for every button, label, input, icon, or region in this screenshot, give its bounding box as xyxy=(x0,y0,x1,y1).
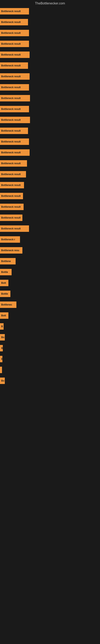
bar-row: Bottleneck result xyxy=(0,127,100,134)
bar-label: Bottleneck result xyxy=(1,140,21,143)
bar-row: Bottleneck result xyxy=(0,30,100,37)
result-bar: B xyxy=(0,323,3,330)
bar-label: Bottleneck result xyxy=(1,151,21,154)
bar-label: Bottleneck resu xyxy=(1,249,19,252)
result-bar: Bottleneck result xyxy=(0,171,26,178)
result-bar: Bo xyxy=(0,334,5,340)
site-title: TheBottlenecker.com xyxy=(0,0,100,8)
bar-label: Bottleneck result xyxy=(1,21,21,24)
result-bar: Bottleneck result xyxy=(0,117,30,123)
result-bar: Bottle xyxy=(0,269,12,275)
result-bar: Bo xyxy=(0,378,5,384)
result-bar: Bottleneck result xyxy=(0,30,29,36)
bar-row: Bottleneck result xyxy=(0,203,100,210)
bar-row: Bottlene xyxy=(0,258,100,265)
result-bar: Bottleneck result xyxy=(0,182,24,188)
bar-label: Bottleneck r xyxy=(1,238,15,241)
bar-row: Bo xyxy=(0,334,100,341)
result-bar xyxy=(0,367,2,373)
bar-label: Bott xyxy=(1,314,6,317)
bar-row: Bott xyxy=(0,312,100,319)
bar-label: Bottleneck result xyxy=(1,64,21,67)
bar-row: Bottleneck result xyxy=(0,225,100,232)
bar-label: B xyxy=(1,325,3,328)
result-bar: Bottleneck result xyxy=(0,204,24,210)
bar-label: Bottleneck result xyxy=(1,173,21,176)
result-bar: Bottleneck result xyxy=(0,52,30,58)
bar-row: Bottleneck result xyxy=(0,51,100,58)
result-bar: Bottleneck result xyxy=(0,62,28,69)
bar-label: Bott xyxy=(1,282,6,284)
bar-label: B xyxy=(1,347,3,350)
bar-label: Bottleneck result xyxy=(1,194,21,198)
result-bar: B xyxy=(0,356,2,362)
result-bar: Bott xyxy=(0,312,8,319)
bar-row: Bottleneck result xyxy=(0,62,100,69)
bar-row: Bottleneck result xyxy=(0,73,100,80)
bar-row: Bottleneck result xyxy=(0,116,100,124)
bar-row: B xyxy=(0,323,100,330)
result-bar: Bottleneck result xyxy=(0,138,29,145)
bar-row: Bottle xyxy=(0,290,100,298)
result-bar: Bottleneck result xyxy=(0,160,27,167)
bar-label: Bottleneck result xyxy=(1,216,21,219)
bar-row: Bottleneck result xyxy=(0,18,100,26)
bar-row: Bottleneck result xyxy=(0,138,100,145)
bar-label: Bottlenec xyxy=(1,303,12,306)
bar-row: Bottle xyxy=(0,268,100,276)
result-bar: Bottleneck result xyxy=(0,226,29,232)
result-bar: Bottleneck result xyxy=(0,41,29,47)
bar-label: Bottleneck result xyxy=(1,10,21,13)
bar-label: Bottleneck result xyxy=(1,42,21,45)
bars-container: Bottleneck resultBottleneck resultBottle… xyxy=(0,8,100,392)
bar-row: Bottleneck result xyxy=(0,84,100,91)
result-bar: Bottleneck resu xyxy=(0,247,22,254)
bar-row: Bottleneck result xyxy=(0,171,100,178)
result-bar: Bottleneck result xyxy=(0,19,28,25)
bar-label: Bottleneck result xyxy=(1,108,21,110)
bar-label: Bottleneck result xyxy=(1,118,21,121)
bar-row: Bottleneck result xyxy=(0,8,100,15)
bar-label: Bo xyxy=(1,336,4,339)
bar-label: Bottle xyxy=(1,271,8,274)
bar-row: Bottleneck result xyxy=(0,149,100,156)
bar-row: B xyxy=(0,356,100,363)
site-title-text: TheBottlenecker.com xyxy=(35,2,65,5)
result-bar: Bottleneck result xyxy=(0,214,22,221)
bar-row: Bottleneck result xyxy=(0,214,100,222)
bar-label: Bottleneck result xyxy=(1,86,21,89)
bar-label: Bottleneck result xyxy=(1,184,21,186)
bar-row: Bottleneck resu xyxy=(0,247,100,254)
result-bar: Bottle xyxy=(0,290,10,297)
bar-row: Bo xyxy=(0,377,100,384)
bar-label: Bottleneck result xyxy=(1,53,21,56)
bar-label: Bottleneck result xyxy=(1,130,21,132)
bar-label: Bottleneck result xyxy=(1,97,21,100)
bar-label: Bottleneck result xyxy=(1,227,21,230)
bar-label: Bottleneck result xyxy=(1,75,21,78)
bar-row: B xyxy=(0,344,100,352)
result-bar: Bottlene xyxy=(0,258,16,264)
result-bar: Bottleneck result xyxy=(0,149,30,156)
bar-label: Bottlene xyxy=(1,260,11,263)
bar-label: Bo xyxy=(1,379,4,382)
result-bar: Bottleneck result xyxy=(0,84,29,90)
bar-label: Bottleneck result xyxy=(1,162,21,165)
bar-row: Bottlenec xyxy=(0,301,100,308)
result-bar: Bottleneck result xyxy=(0,8,29,14)
bar-row: Bottleneck result xyxy=(0,106,100,113)
bar-row: Bottleneck result xyxy=(0,40,100,48)
result-bar: Bott xyxy=(0,280,8,286)
bar-row xyxy=(0,366,100,374)
result-bar: Bottlenec xyxy=(0,302,16,308)
result-bar: Bottleneck result xyxy=(0,193,23,199)
bar-label: B xyxy=(1,358,2,360)
result-bar: Bottleneck result xyxy=(0,73,30,80)
bar-row: Bott xyxy=(0,279,100,286)
result-bar: Bottleneck result xyxy=(0,95,30,102)
bar-label: Bottleneck result xyxy=(1,32,21,34)
result-bar: B xyxy=(0,345,3,352)
bar-row: Bottleneck result xyxy=(0,182,100,189)
result-bar: Bottleneck result xyxy=(0,128,28,134)
bar-row: Bottleneck r xyxy=(0,236,100,243)
